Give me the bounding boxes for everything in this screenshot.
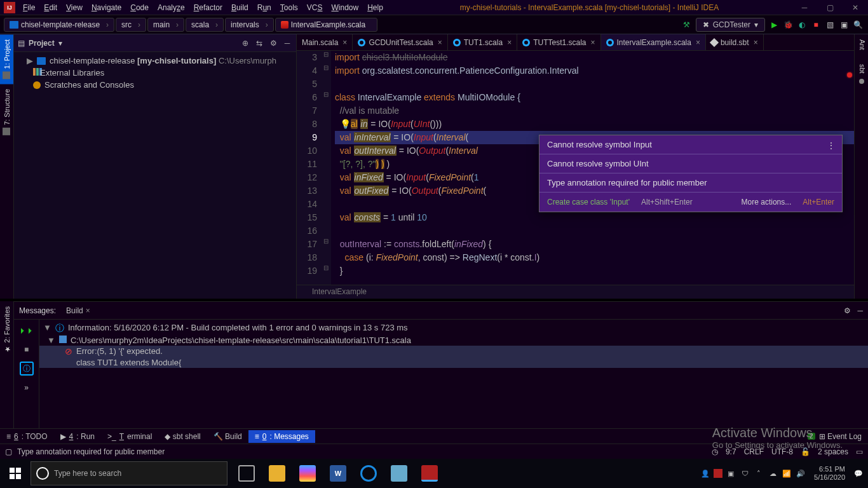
more-icon[interactable]: ⋮ bbox=[827, 140, 836, 151]
indent-info[interactable]: 2 spaces bbox=[818, 447, 848, 456]
readonly-toggle[interactable]: 🔓 bbox=[801, 447, 810, 456]
task-view-button[interactable] bbox=[231, 459, 262, 488]
debug-button[interactable]: 🐞 bbox=[783, 20, 793, 30]
tool-tab-sbt[interactable]: sbt bbox=[855, 59, 868, 79]
menu-help[interactable]: Help bbox=[363, 1, 387, 14]
menu-edit[interactable]: Edit bbox=[40, 1, 61, 14]
stop-icon[interactable]: ■ bbox=[20, 342, 34, 356]
tab-buildsbt[interactable]: build.sbt× bbox=[706, 34, 764, 50]
tray-up-icon[interactable]: ˄ bbox=[753, 468, 764, 479]
tw-sbtshell[interactable]: ◆ sbt shell bbox=[158, 430, 207, 443]
crumb-project[interactable]: chisel-template-release bbox=[4, 18, 114, 32]
notifications-icon[interactable]: 💬 bbox=[853, 468, 864, 479]
tray-icon[interactable]: ▣ bbox=[725, 468, 736, 479]
message-row[interactable]: ▼C:\Users\murphy2m\IdeaProjects\chisel-t… bbox=[39, 335, 868, 346]
event-log-button[interactable]: ⊞ Event Log bbox=[819, 432, 862, 441]
layout-button[interactable]: ▧ bbox=[825, 20, 835, 30]
taskbar-app[interactable] bbox=[353, 459, 384, 488]
menu-tools[interactable]: Tools bbox=[276, 1, 302, 14]
gear-icon[interactable]: ⚙ bbox=[268, 38, 278, 48]
caret-position[interactable]: 9:7 bbox=[726, 447, 736, 456]
taskbar-clock[interactable]: 6:51 PM5/16/2020 bbox=[814, 465, 845, 482]
expand-all-icon[interactable]: ⇆ bbox=[254, 38, 264, 48]
encoding[interactable]: UTF-8 bbox=[771, 447, 793, 456]
close-button[interactable]: ✕ bbox=[843, 0, 868, 15]
menu-code[interactable]: Code bbox=[126, 1, 153, 14]
more-icon[interactable]: » bbox=[20, 381, 34, 395]
error-indicator[interactable] bbox=[847, 72, 852, 78]
message-row[interactable]: ⊘Error:(5, 1) '{' expected. bbox=[39, 346, 868, 357]
coverage-button[interactable]: ◐ bbox=[797, 20, 807, 30]
message-row[interactable]: ▼ⓘInformation: 5/16/2020 6:12 PM - Build… bbox=[39, 322, 868, 335]
tool-tab-favorites[interactable]: ★ 2: Favorites bbox=[0, 301, 13, 358]
menu-build[interactable]: Build bbox=[227, 1, 252, 14]
close-icon[interactable]: × bbox=[696, 38, 700, 47]
close-icon[interactable]: × bbox=[507, 38, 512, 47]
build-button[interactable]: ⚒ bbox=[682, 20, 692, 30]
volume-icon[interactable]: 🔊 bbox=[795, 468, 806, 479]
tray-icon[interactable] bbox=[714, 469, 722, 478]
tab-tuttest1[interactable]: TUTTest1.scala× bbox=[517, 34, 600, 50]
editor-breadcrumb[interactable]: IntervalExample bbox=[297, 285, 854, 299]
close-icon[interactable]: × bbox=[342, 38, 347, 47]
taskbar-search[interactable]: Type here to search bbox=[31, 461, 227, 485]
line-separator[interactable]: CRLF bbox=[744, 447, 764, 456]
tool-tab-ant[interactable]: Ant bbox=[855, 34, 868, 55]
tree-row-scratches[interactable]: Scratches and Consoles bbox=[14, 79, 296, 91]
maximize-button[interactable]: ▢ bbox=[817, 0, 843, 15]
tab-intervalexample[interactable]: IntervalExample.scala× bbox=[601, 34, 706, 50]
popup-action-more[interactable]: More actions... bbox=[742, 198, 792, 207]
stop-button[interactable]: ■ bbox=[811, 20, 821, 30]
taskbar-app[interactable] bbox=[262, 459, 292, 488]
popup-row[interactable]: Type annotation required for public memb… bbox=[539, 173, 842, 193]
crumb-src[interactable]: src bbox=[116, 18, 146, 32]
crumb-scala[interactable]: scala bbox=[186, 18, 224, 32]
tool-tab-project[interactable]: 1: Project bbox=[0, 34, 13, 84]
popup-action-create[interactable]: Create case class 'Input' bbox=[547, 198, 630, 207]
tray-icon[interactable]: 🛡 bbox=[739, 468, 750, 479]
wifi-icon[interactable]: 📶 bbox=[781, 468, 792, 479]
menu-navigate[interactable]: Navigate bbox=[88, 1, 125, 14]
close-icon[interactable]: × bbox=[438, 38, 442, 47]
tab-gcdunit[interactable]: GCDUnitTest.scala× bbox=[353, 34, 447, 50]
tw-terminal[interactable]: >_ Terminal bbox=[101, 430, 158, 443]
taskbar-app-intellij[interactable] bbox=[414, 459, 445, 488]
tw-build[interactable]: 🔨 Build bbox=[207, 430, 248, 443]
taskbar-app[interactable] bbox=[384, 459, 414, 488]
progress-icon[interactable]: ◷ bbox=[712, 447, 718, 456]
panel-title[interactable]: Project bbox=[29, 39, 55, 48]
menu-run[interactable]: Run bbox=[254, 1, 275, 14]
crumb-intervals[interactable]: intervals bbox=[225, 18, 274, 32]
tab-tut1[interactable]: TUT1.scala× bbox=[448, 34, 517, 50]
close-icon[interactable]: × bbox=[591, 38, 595, 47]
people-icon[interactable]: 👤 bbox=[700, 468, 711, 479]
select-target-icon[interactable]: ⊕ bbox=[240, 38, 250, 48]
popup-row[interactable]: Cannot resolve symbol UInt bbox=[539, 154, 842, 173]
hide-icon[interactable]: ─ bbox=[857, 306, 863, 315]
message-row[interactable]: class TUT1 extends Module{ bbox=[39, 357, 868, 368]
chevron-down-icon[interactable]: ▾ bbox=[58, 39, 62, 48]
minimize-button[interactable]: ─ bbox=[792, 0, 817, 15]
run-button[interactable]: ▶ bbox=[769, 20, 779, 30]
crumb-main[interactable]: main bbox=[147, 18, 184, 32]
messages-tab-build[interactable]: Build × bbox=[62, 304, 94, 317]
tool-tab-structure[interactable]: 7: Structure bbox=[0, 84, 13, 140]
close-icon[interactable]: × bbox=[754, 38, 758, 47]
popup-row[interactable]: Cannot resolve symbol Input bbox=[539, 135, 842, 154]
start-button[interactable] bbox=[0, 459, 31, 488]
gear-icon[interactable]: ⚙ bbox=[844, 306, 851, 315]
search-button[interactable]: 🔍 bbox=[853, 20, 863, 30]
menu-view[interactable]: View bbox=[62, 1, 86, 14]
menu-analyze[interactable]: Analyze bbox=[154, 1, 189, 14]
menu-window[interactable]: Window bbox=[327, 1, 362, 14]
mem-indicator[interactable]: ▭ bbox=[856, 447, 863, 456]
tree-row-libs[interactable]: External Libraries bbox=[14, 67, 296, 79]
menu-file[interactable]: File bbox=[19, 1, 39, 14]
taskbar-app[interactable]: W bbox=[323, 459, 353, 488]
taskbar-app[interactable] bbox=[292, 459, 323, 488]
menu-refactor[interactable]: Refactor bbox=[190, 1, 226, 14]
crumb-file[interactable]: IntervalExample.scala bbox=[275, 18, 377, 32]
tab-main[interactable]: Main.scala× bbox=[297, 34, 353, 50]
tw-messages[interactable]: ≡ 0: Messages bbox=[248, 430, 315, 443]
rerun-icon[interactable]: ⏵⏵ bbox=[20, 323, 34, 337]
